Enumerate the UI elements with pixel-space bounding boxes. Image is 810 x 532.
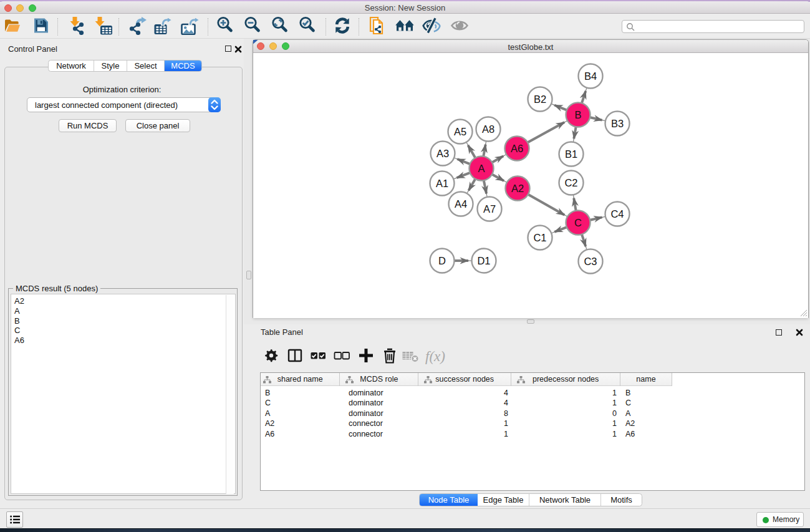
edge-C-C4[interactable] xyxy=(591,216,605,220)
edge-A-A8[interactable] xyxy=(483,142,486,157)
cell-name[interactable]: A6 xyxy=(625,430,635,438)
edge-A-A7[interactable] xyxy=(484,181,487,197)
edge-B-B4[interactable] xyxy=(582,88,587,103)
export-image-button[interactable] xyxy=(180,17,200,37)
zoom-in-button[interactable] xyxy=(216,17,236,37)
export-table-button[interactable] xyxy=(153,17,173,37)
search-input[interactable] xyxy=(622,20,804,33)
edge-A-A6[interactable] xyxy=(492,155,506,162)
node-A8[interactable]: A8 xyxy=(476,117,501,142)
edge-A6-B[interactable] xyxy=(528,121,567,143)
column-header-name[interactable]: name xyxy=(620,373,672,386)
gear-button[interactable] xyxy=(263,348,280,365)
node-C3[interactable]: C3 xyxy=(579,249,603,274)
mcds-result-item[interactable]: A xyxy=(11,306,223,316)
edge-A-A5[interactable] xyxy=(466,142,475,157)
column-header-successor-nodes[interactable]: successor nodes xyxy=(418,373,511,386)
memory-button[interactable]: Memory xyxy=(756,512,804,527)
cell-shared-name[interactable]: C xyxy=(265,399,271,407)
cell-successor-nodes[interactable]: 1 xyxy=(466,419,508,428)
export-network-button[interactable] xyxy=(127,17,147,37)
cell-successor-nodes[interactable]: 1 xyxy=(466,430,508,438)
table-row[interactable]: A2 connector 1 1 A2 xyxy=(261,418,672,428)
result-scrollbar[interactable] xyxy=(226,295,234,494)
cell-predecessor-nodes[interactable]: 1 xyxy=(572,389,617,397)
import-network-button[interactable] xyxy=(67,17,87,37)
tab-select[interactable]: Select xyxy=(127,60,165,71)
float-panel-icon[interactable] xyxy=(225,46,231,52)
mcds-result-item[interactable]: B xyxy=(11,316,223,326)
cell-predecessor-nodes[interactable]: 1 xyxy=(572,419,617,428)
node-A5[interactable]: A5 xyxy=(448,120,473,144)
select-all-button[interactable] xyxy=(309,348,327,365)
column-header-shared-name[interactable]: shared name xyxy=(261,373,340,386)
cell-successor-nodes[interactable]: 4 xyxy=(466,389,508,397)
delete-button[interactable] xyxy=(381,348,398,365)
edge-C-C1[interactable] xyxy=(552,227,567,233)
edge-A-A1[interactable] xyxy=(454,173,470,179)
node-B4[interactable]: B4 xyxy=(579,64,603,89)
node-A3[interactable]: A3 xyxy=(431,142,455,166)
node-C4[interactable]: C4 xyxy=(605,202,630,226)
node-D[interactable]: D xyxy=(430,249,455,273)
cell-predecessor-nodes[interactable]: 0 xyxy=(572,409,617,418)
tab-mcds[interactable]: MCDS xyxy=(165,60,201,71)
split-columns-button[interactable] xyxy=(286,348,304,365)
cell-mcds-role[interactable]: dominator xyxy=(349,409,383,418)
cell-name[interactable]: C xyxy=(625,399,631,407)
cell-mcds-role[interactable]: connector xyxy=(349,430,383,438)
edge-B-B1[interactable] xyxy=(573,127,576,142)
node-B[interactable]: B xyxy=(566,103,591,127)
close-panel-button[interactable]: Close panel xyxy=(125,119,190,132)
delete-table-button[interactable] xyxy=(402,348,420,365)
first-neighbors-button[interactable] xyxy=(395,17,415,37)
edge-A-A3[interactable] xyxy=(455,158,470,164)
mcds-result-item[interactable]: C xyxy=(11,326,223,336)
table-row[interactable]: B dominator 4 1 B xyxy=(261,388,672,398)
horizontal-splitter-grip[interactable] xyxy=(527,319,534,324)
tab-network[interactable]: Network xyxy=(49,60,94,71)
node-A[interactable]: A xyxy=(470,157,494,181)
node-A6[interactable]: A6 xyxy=(505,137,529,161)
clone-network-button[interactable] xyxy=(367,17,387,37)
node-A4[interactable]: A4 xyxy=(449,192,473,216)
cell-successor-nodes[interactable]: 8 xyxy=(466,409,508,418)
cell-shared-name[interactable]: A6 xyxy=(265,430,274,438)
edge-A-A4[interactable] xyxy=(467,179,475,193)
cell-shared-name[interactable]: A2 xyxy=(265,419,274,428)
zoom-out-button[interactable] xyxy=(243,17,263,37)
mcds-result-list[interactable]: A2ABCA6 xyxy=(11,294,236,494)
network-canvas[interactable]: B4 B2 B B3 A8 A5 A6 A3 B1 A A1 C2 A2 xyxy=(253,54,808,318)
add-button[interactable] xyxy=(357,348,375,365)
close-panel-icon[interactable] xyxy=(234,46,242,53)
edge-A2-C[interactable] xyxy=(528,195,567,216)
table-close-panel-icon[interactable] xyxy=(796,329,803,336)
tab-edge-table[interactable]: Edge Table xyxy=(478,494,529,506)
tab-motifs[interactable]: Motifs xyxy=(601,494,642,506)
cell-mcds-role[interactable]: dominator xyxy=(349,389,383,397)
zoom-selected-button[interactable] xyxy=(298,17,318,37)
node-C[interactable]: C xyxy=(566,211,591,235)
mcds-result-item[interactable]: A2 xyxy=(11,296,223,306)
run-mcds-button[interactable]: Run MCDS xyxy=(59,119,117,132)
import-table-button[interactable] xyxy=(94,17,113,37)
mcds-result-item[interactable]: A6 xyxy=(11,336,223,346)
zoom-fit-button[interactable] xyxy=(271,17,291,37)
refresh-button[interactable] xyxy=(332,17,352,37)
show-all-button[interactable] xyxy=(450,17,470,37)
table-row[interactable]: A6 connector 1 1 A6 xyxy=(261,429,672,439)
tab-node-table[interactable]: Node Table xyxy=(420,494,478,506)
criterion-dropdown[interactable]: largest connected component (directed) xyxy=(27,97,221,112)
cell-name[interactable]: B xyxy=(625,389,630,397)
hide-selected-button[interactable] xyxy=(422,17,441,37)
node-B3[interactable]: B3 xyxy=(605,112,630,136)
window-resize-grip[interactable] xyxy=(799,309,808,317)
edge-A-A2[interactable] xyxy=(493,175,507,183)
table-float-panel-icon[interactable] xyxy=(776,329,782,336)
node-A7[interactable]: A7 xyxy=(478,197,502,221)
function-builder-button[interactable]: f(x) xyxy=(427,348,444,365)
edge-B-B2[interactable] xyxy=(552,104,567,110)
cell-predecessor-nodes[interactable]: 1 xyxy=(572,430,617,438)
vertical-splitter-grip[interactable] xyxy=(246,271,251,279)
tab-style[interactable]: Style xyxy=(94,60,127,71)
